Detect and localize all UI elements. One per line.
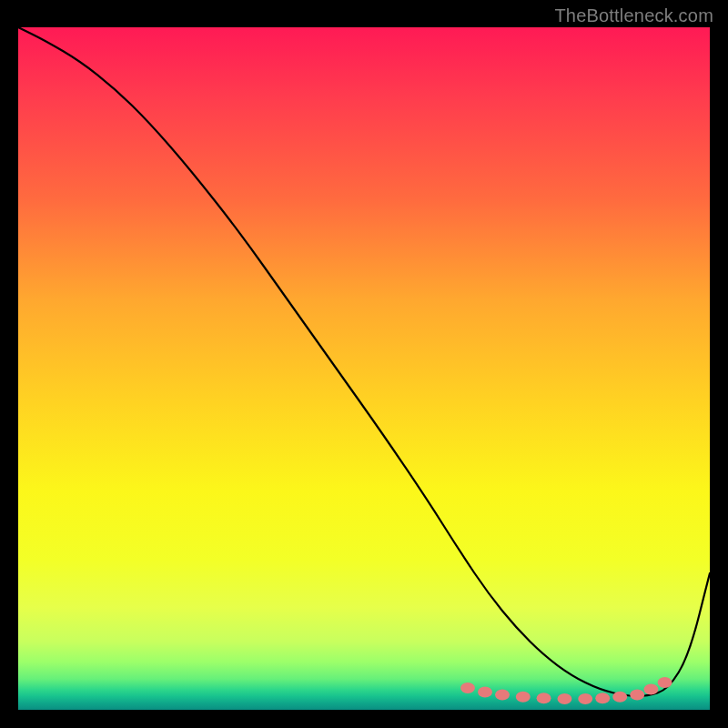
- plot-area: [16, 25, 712, 712]
- watermark-text: TheBottleneck.com: [554, 5, 713, 26]
- highlight-dot: [630, 690, 644, 701]
- bottleneck-curve-line: [18, 27, 710, 696]
- highlight-dot: [557, 693, 571, 704]
- highlight-dot: [658, 677, 672, 688]
- chart-frame: TheBottleneck.com: [0, 0, 728, 728]
- highlight-dot: [612, 692, 627, 703]
- curve-svg: [18, 27, 710, 710]
- highlight-dot: [495, 690, 510, 701]
- highlight-dot: [578, 693, 592, 704]
- highlight-dots-group: [460, 677, 672, 704]
- highlight-dot: [643, 684, 658, 695]
- highlight-dot: [478, 687, 492, 698]
- highlight-dot: [595, 693, 610, 703]
- highlight-dot: [516, 692, 531, 703]
- highlight-dot: [537, 693, 551, 703]
- highlight-dot: [460, 682, 475, 693]
